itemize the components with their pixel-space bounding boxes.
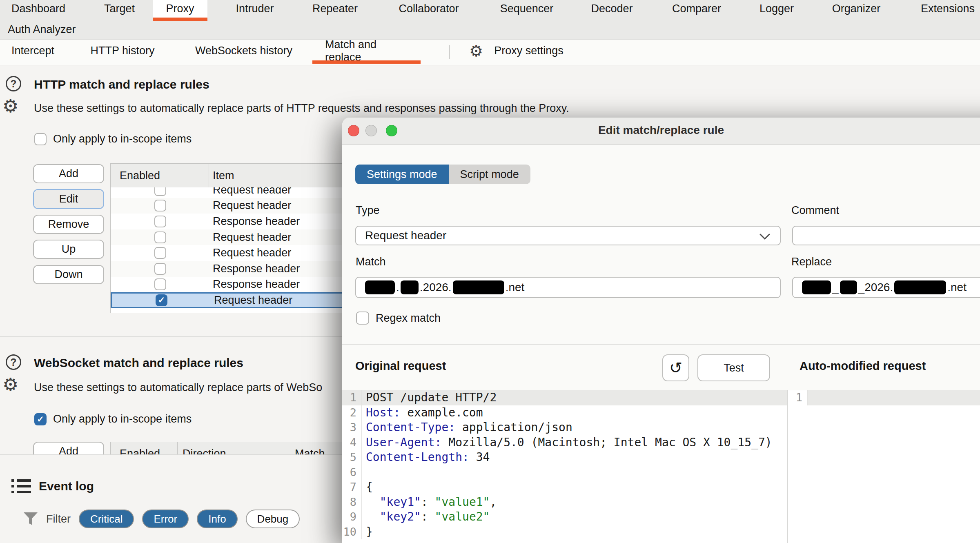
row-checkbox[interactable] [154, 231, 166, 243]
row-checkbox[interactable] [154, 278, 166, 290]
line-number: 4 [342, 435, 362, 450]
menu-tab-comparer[interactable]: Comparer [671, 0, 722, 18]
event-log-icon [11, 478, 31, 494]
line-number: 3 [342, 420, 362, 435]
subtab-websockets-history[interactable]: WebSockets history [191, 40, 297, 62]
menu-tab-extensions[interactable]: Extensions [918, 0, 978, 18]
original-request-lines: 1POST /update HTTP/22Host: example.com3C… [342, 390, 787, 539]
row-checkbox[interactable] [154, 247, 166, 259]
line-number: 8 [342, 495, 362, 510]
undo-button[interactable]: ↺ [662, 354, 689, 381]
match-label: Match [356, 256, 386, 268]
code-line[interactable]: 5Content-Length: 34 [342, 450, 787, 465]
menu-tab-organizer[interactable]: Organizer [831, 0, 882, 18]
code-line[interactable]: 7{ [342, 480, 787, 495]
comment-label: Comment [791, 204, 839, 217]
dialog-title-bar: Edit match/replace rule [342, 118, 980, 145]
type-select[interactable]: Request header [355, 226, 781, 245]
ws-add-button[interactable]: Add [33, 442, 104, 454]
line-number: 7 [342, 480, 362, 495]
undo-icon: ↺ [669, 359, 682, 377]
test-button[interactable]: Test [697, 354, 770, 381]
edit-button[interactable]: Edit [33, 189, 104, 209]
filter-pill-critical[interactable]: Critical [79, 510, 134, 528]
help-icon[interactable]: ? [6, 76, 21, 91]
row-checkbox[interactable] [154, 200, 166, 211]
code-line[interactable]: 3Content-Type: application/json [342, 420, 787, 435]
redaction-box [802, 280, 831, 294]
regex-match-checkbox[interactable] [356, 312, 369, 325]
original-request-heading: Original request [355, 359, 446, 373]
help-icon[interactable]: ? [6, 354, 21, 370]
http-scope-label: Only apply to in-scope items [53, 133, 192, 145]
event-log-filter-row: Filter Critical Error Info Debug [23, 510, 300, 528]
code-line[interactable]: 1POST /update HTTP/2 [342, 390, 787, 405]
line-number: 5 [342, 450, 362, 465]
code-line[interactable]: 8 "key1": "value1", [342, 495, 787, 510]
subtab-intercept[interactable]: Intercept [8, 40, 58, 62]
ws-scope-checkbox-checked[interactable] [34, 413, 47, 425]
menu-tab-sequencer[interactable]: Sequencer [498, 0, 556, 18]
match-input[interactable]: ..2026..net [355, 277, 781, 298]
replace-input[interactable]: __2026..net [792, 277, 980, 298]
menu-tab-auth-analyzer[interactable]: Auth Analyzer [8, 21, 76, 38]
event-log-title: Event log [39, 479, 94, 493]
section-gear-icon[interactable]: ⚙ [2, 97, 18, 115]
add-button[interactable]: Add [33, 164, 104, 183]
menu-tab-decoder[interactable]: Decoder [590, 0, 634, 18]
proxy-settings-gear-icon[interactable]: ⚙ [468, 40, 484, 62]
code-line[interactable]: 4User-Agent: Mozilla/5.0 (Macintosh; Int… [342, 435, 787, 450]
burp-suite-window: Dashboard Target Proxy Intruder Repeater… [0, 0, 980, 543]
row-checkbox[interactable] [154, 216, 166, 227]
proxy-subtab-bar: Intercept HTTP history WebSockets histor… [0, 40, 980, 65]
row-checkbox-checked[interactable] [156, 294, 167, 306]
subtab-proxy-settings[interactable]: Proxy settings [492, 40, 566, 62]
subtab-http-history[interactable]: HTTP history [87, 40, 158, 62]
code-line[interactable]: 1 [788, 390, 980, 405]
code-line[interactable]: 2Host: example.com [342, 405, 787, 421]
up-button[interactable]: Up [33, 240, 104, 259]
menu-tab-dashboard[interactable]: Dashboard [9, 0, 67, 18]
code-line[interactable]: 6 [342, 465, 787, 480]
redaction-box [365, 280, 395, 294]
line-number: 9 [342, 510, 362, 525]
row-checkbox[interactable] [154, 263, 166, 275]
http-scope-row: Only apply to in-scope items [34, 133, 192, 145]
http-scope-checkbox[interactable] [34, 133, 47, 145]
ws-scope-row: Only apply to in-scope items [34, 413, 192, 425]
comment-input[interactable] [792, 226, 980, 245]
menu-tab-logger[interactable]: Logger [759, 0, 795, 18]
filter-pill-error[interactable]: Error [142, 510, 189, 528]
column-item: Item [213, 169, 234, 182]
line-number: 1 [788, 390, 808, 405]
menu-tab-target[interactable]: Target [103, 0, 136, 18]
filter-pill-debug[interactable]: Debug [246, 510, 300, 528]
subtab-match-and-replace[interactable]: Match and replace [325, 40, 409, 62]
original-request-editor[interactable]: 1POST /update HTTP/22Host: example.com3C… [342, 390, 787, 543]
script-mode-button[interactable]: Script mode [449, 165, 530, 184]
ws-column-direction: Direction [183, 447, 226, 454]
menu-tab-collaborator[interactable]: Collaborator [395, 0, 462, 18]
filter-label: Filter [46, 513, 71, 525]
menu-tab-intruder[interactable]: Intruder [236, 0, 274, 18]
modified-request-editor[interactable]: 1 [788, 390, 980, 543]
filter-pill-info[interactable]: Info [197, 510, 237, 528]
http-rules-description: Use these settings to automatically repl… [34, 102, 569, 115]
down-button[interactable]: Down [33, 265, 104, 284]
settings-mode-button[interactable]: Settings mode [355, 165, 449, 184]
redaction-box [401, 280, 419, 294]
ws-scope-label: Only apply to in-scope items [53, 413, 192, 425]
menu-tab-proxy[interactable]: Proxy [153, 0, 207, 18]
menu-tab-repeater[interactable]: Repeater [316, 0, 354, 18]
dialog-divider [342, 344, 980, 345]
row-checkbox[interactable] [154, 187, 166, 196]
section-gear-icon[interactable]: ⚙ [2, 376, 18, 394]
ws-column-enabled: Enabled [120, 447, 160, 454]
regex-match-row: Regex match [356, 312, 441, 325]
remove-button[interactable]: Remove [33, 215, 104, 234]
modified-request-heading: Auto-modified request [800, 359, 926, 373]
code-line[interactable]: 10} [342, 525, 787, 540]
code-line[interactable]: 9 "key2": "value2" [342, 510, 787, 525]
edit-match-replace-dialog: Edit match/replace rule Settings mode Sc… [342, 118, 980, 543]
main-menu-bar: Dashboard Target Proxy Intruder Repeater… [0, 0, 980, 40]
